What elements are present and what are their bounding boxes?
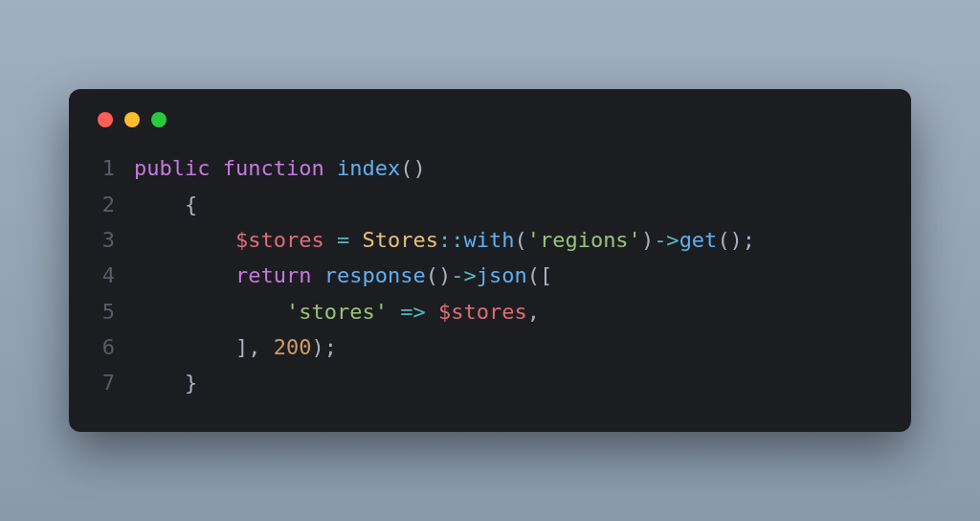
- token-kw: function: [223, 156, 324, 180]
- token-kw: public: [134, 156, 210, 180]
- line-number: 5: [96, 294, 134, 329]
- token-punc: ();: [717, 228, 755, 252]
- token-punc: [324, 156, 337, 180]
- token-fn: get: [679, 228, 718, 252]
- token-op: ::: [438, 228, 464, 252]
- token-punc: [349, 228, 362, 252]
- zoom-icon[interactable]: [151, 112, 167, 127]
- line-content: }: [134, 365, 197, 400]
- line-number: 3: [96, 222, 134, 258]
- token-punc: [134, 228, 235, 252]
- token-punc: (: [514, 228, 526, 252]
- line-content: $stores = Stores::with('regions')->get()…: [134, 222, 755, 258]
- token-fn: response: [324, 263, 426, 287]
- token-num: 200: [274, 335, 312, 359]
- code-line: 1public function index(): [96, 150, 884, 186]
- line-number: 1: [96, 150, 134, 186]
- line-content: ], 200);: [134, 329, 337, 365]
- line-content: return response()->json([: [134, 258, 552, 293]
- token-punc: [210, 156, 222, 180]
- line-content: {: [134, 187, 197, 222]
- token-op: =>: [400, 300, 426, 324]
- line-content: public function index(): [134, 150, 426, 186]
- token-str: 'regions': [527, 228, 641, 252]
- token-var: $stores: [235, 228, 324, 252]
- code-window: 1public function index()2 {3 $stores = S…: [69, 89, 911, 432]
- code-line: 7 }: [96, 365, 884, 400]
- token-op: ->: [654, 228, 679, 252]
- token-punc: [134, 300, 286, 324]
- token-punc: ): [641, 228, 654, 252]
- window-titlebar: [96, 112, 884, 127]
- token-punc: [426, 300, 438, 324]
- line-number: 4: [96, 258, 134, 293]
- line-content: 'stores' => $stores,: [134, 294, 540, 329]
- token-punc: }: [134, 371, 197, 395]
- token-punc: );: [311, 335, 337, 359]
- code-block: 1public function index()2 {3 $stores = S…: [96, 150, 884, 401]
- token-punc: (): [400, 156, 426, 180]
- code-line: 2 {: [96, 187, 884, 222]
- line-number: 2: [96, 187, 134, 222]
- minimize-icon[interactable]: [124, 112, 140, 127]
- token-punc: [388, 300, 400, 324]
- token-fn: with: [463, 228, 514, 252]
- token-punc: ,: [527, 300, 540, 324]
- token-op: =: [337, 228, 349, 252]
- line-number: 7: [96, 365, 134, 400]
- token-op: ->: [451, 263, 477, 287]
- token-punc: (): [426, 263, 452, 287]
- token-punc: [324, 228, 337, 252]
- code-line: 4 return response()->json([: [96, 258, 884, 293]
- line-number: 6: [96, 329, 134, 365]
- token-fn: index: [337, 156, 400, 180]
- token-fn: json: [477, 263, 527, 287]
- close-icon[interactable]: [98, 112, 113, 127]
- token-kw: return: [235, 263, 311, 287]
- token-str: 'stores': [286, 300, 388, 324]
- token-punc: ([: [527, 263, 553, 287]
- token-punc: ],: [134, 335, 274, 359]
- token-punc: [134, 263, 235, 287]
- token-cls: Stores: [362, 228, 437, 252]
- code-line: 3 $stores = Stores::with('regions')->get…: [96, 222, 884, 258]
- token-punc: {: [134, 193, 197, 216]
- code-line: 6 ], 200);: [96, 329, 884, 365]
- code-line: 5 'stores' => $stores,: [96, 294, 884, 329]
- token-var: $stores: [438, 300, 527, 324]
- token-punc: [311, 263, 323, 287]
